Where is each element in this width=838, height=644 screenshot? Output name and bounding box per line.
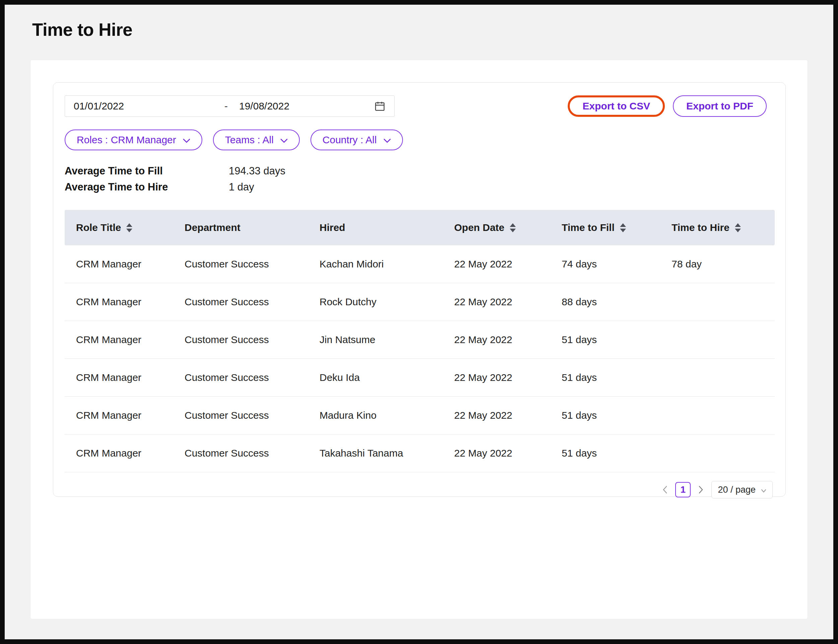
cell-open-date: 22 May 2022 xyxy=(443,434,550,472)
page-size-select[interactable]: 20 / page xyxy=(711,481,773,498)
filter-teams[interactable]: Teams : All xyxy=(213,130,300,150)
cell-department: Customer Success xyxy=(173,359,308,397)
chevron-right-icon[interactable] xyxy=(698,485,704,494)
cell-department: Customer Success xyxy=(173,397,308,434)
cell-role-title: CRM Manager xyxy=(65,245,173,283)
cell-hired: Deku Ida xyxy=(308,359,443,397)
cell-time-to-fill: 51 days xyxy=(550,434,660,472)
cell-hired: Kachan Midori xyxy=(308,245,443,283)
export-buttons: Export to CSV Export to PDF xyxy=(568,95,774,117)
table-row: CRM Manager Customer Success Deku Ida 22… xyxy=(65,359,775,397)
column-header-hired: Hired xyxy=(308,210,443,245)
filter-bar: Roles : CRM Manager Teams : All Country … xyxy=(65,130,774,150)
cell-role-title: CRM Manager xyxy=(65,397,173,434)
cell-role-title: CRM Manager xyxy=(65,321,173,359)
cell-time-to-hire xyxy=(660,283,775,321)
cell-open-date: 22 May 2022 xyxy=(443,283,550,321)
stat-value-time-to-fill: 194.33 days xyxy=(229,165,774,177)
export-csv-button[interactable]: Export to CSV xyxy=(568,95,665,117)
sort-icon xyxy=(126,223,132,232)
filter-teams-label: Teams : All xyxy=(225,134,273,146)
cell-open-date: 22 May 2022 xyxy=(443,321,550,359)
date-range-start[interactable]: 01/01/2022 xyxy=(74,100,224,112)
chevron-down-icon xyxy=(183,134,190,146)
cell-role-title: CRM Manager xyxy=(65,359,173,397)
toolbar: 01/01/2022 - 19/08/2022 Export to CSV Ex… xyxy=(65,95,774,117)
sort-icon xyxy=(510,223,516,232)
time-to-hire-table: Role Title Department Hired Open Date Ti… xyxy=(65,210,775,472)
column-header-time-to-fill[interactable]: Time to Fill xyxy=(550,210,660,245)
chevron-down-icon xyxy=(761,485,766,495)
column-header-role-title[interactable]: Role Title xyxy=(65,210,173,245)
cell-time-to-fill: 51 days xyxy=(550,321,660,359)
cell-role-title: CRM Manager xyxy=(65,283,173,321)
cell-time-to-fill: 51 days xyxy=(550,359,660,397)
date-range-end[interactable]: 19/08/2022 xyxy=(239,100,374,112)
stat-label-time-to-hire: Average Time to Hire xyxy=(65,181,229,193)
table-row: CRM Manager Customer Success Rock Dutchy… xyxy=(65,283,775,321)
cell-department: Customer Success xyxy=(173,321,308,359)
time-to-hire-page: { "page": { "title": "Time to Hire" }, "… xyxy=(0,0,838,644)
cell-department: Customer Success xyxy=(173,245,308,283)
cell-time-to-fill: 74 days xyxy=(550,245,660,283)
date-range-separator: - xyxy=(224,100,239,112)
filter-roles[interactable]: Roles : CRM Manager xyxy=(65,130,202,150)
sort-icon xyxy=(620,223,626,232)
chevron-left-icon[interactable] xyxy=(662,485,668,494)
report-card: 01/01/2022 - 19/08/2022 Export to CSV Ex… xyxy=(30,59,808,619)
date-range-picker[interactable]: 01/01/2022 - 19/08/2022 xyxy=(65,95,395,117)
chevron-down-icon xyxy=(384,134,391,146)
table-row: CRM Manager Customer Success Jin Natsume… xyxy=(65,321,775,359)
pagination-page-1[interactable]: 1 xyxy=(675,482,691,498)
cell-time-to-hire xyxy=(660,397,775,434)
chevron-down-icon xyxy=(280,134,288,146)
filter-country-label: Country : All xyxy=(323,134,377,146)
export-pdf-button[interactable]: Export to PDF xyxy=(673,95,767,117)
filter-roles-label: Roles : CRM Manager xyxy=(77,134,176,146)
summary-stats: Average Time to Fill 194.33 days Average… xyxy=(65,165,774,193)
table-row: CRM Manager Customer Success Kachan Mido… xyxy=(65,245,775,283)
table-row: CRM Manager Customer Success Takahashi T… xyxy=(65,434,775,472)
cell-department: Customer Success xyxy=(173,434,308,472)
cell-time-to-hire xyxy=(660,321,775,359)
calendar-icon[interactable] xyxy=(374,100,385,112)
cell-time-to-fill: 88 days xyxy=(550,283,660,321)
cell-time-to-hire: 78 day xyxy=(660,245,775,283)
cell-hired: Jin Natsume xyxy=(308,321,443,359)
cell-time-to-hire xyxy=(660,434,775,472)
filter-country[interactable]: Country : All xyxy=(311,130,403,150)
column-header-department: Department xyxy=(173,210,308,245)
column-header-time-to-hire[interactable]: Time to Hire xyxy=(660,210,775,245)
report-panel: 01/01/2022 - 19/08/2022 Export to CSV Ex… xyxy=(53,82,786,497)
table-row: CRM Manager Customer Success Madura Kino… xyxy=(65,397,775,434)
stat-value-time-to-hire: 1 day xyxy=(229,181,774,193)
sort-icon xyxy=(735,223,741,232)
cell-role-title: CRM Manager xyxy=(65,434,173,472)
page-size-label: 20 / page xyxy=(718,485,756,495)
page-title: Time to Hire xyxy=(32,20,132,40)
cell-time-to-fill: 51 days xyxy=(550,397,660,434)
cell-open-date: 22 May 2022 xyxy=(443,359,550,397)
cell-time-to-hire xyxy=(660,359,775,397)
cell-open-date: 22 May 2022 xyxy=(443,245,550,283)
stat-label-time-to-fill: Average Time to Fill xyxy=(65,165,229,177)
cell-department: Customer Success xyxy=(173,283,308,321)
cell-hired: Rock Dutchy xyxy=(308,283,443,321)
column-header-open-date[interactable]: Open Date xyxy=(443,210,550,245)
pagination: 1 20 / page xyxy=(65,481,774,498)
cell-hired: Takahashi Tanama xyxy=(308,434,443,472)
cell-hired: Madura Kino xyxy=(308,397,443,434)
cell-open-date: 22 May 2022 xyxy=(443,397,550,434)
table-header-row: Role Title Department Hired Open Date Ti… xyxy=(65,210,775,245)
